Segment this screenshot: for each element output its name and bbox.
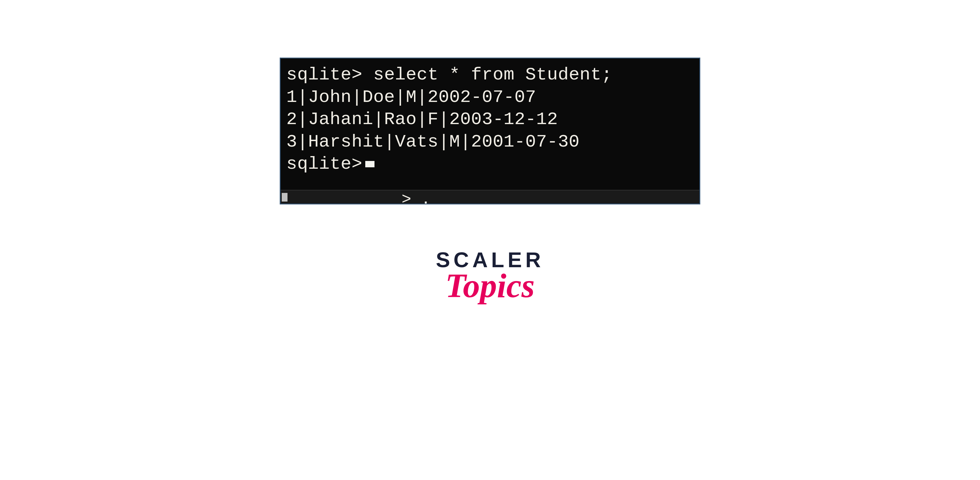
faint-continuation: > . [402,189,431,205]
terminal-command-line: sqlite> select * from Student; [286,64,694,86]
result-row-1: 1|John|Doe|M|2002-07-07 [286,86,694,108]
logo-line-2: Topics [436,266,544,305]
prompt-text: sqlite> [286,65,363,85]
prompt-text-2: sqlite> [286,154,363,174]
terminal-prompt-line: sqlite> [286,153,694,175]
sqlite-terminal[interactable]: sqlite> select * from Student; 1|John|Do… [280,57,700,205]
scaler-topics-logo: SCALER Topics [436,248,544,305]
scroll-thumb[interactable] [282,193,288,202]
result-row-2: 2|Jahani|Rao|F|2003-12-12 [286,108,694,131]
command-text: select * from Student; [373,65,612,85]
cursor-icon [365,161,374,167]
result-row-3: 3|Harshit|Vats|M|2001-07-30 [286,131,694,153]
terminal-scrollbar[interactable]: > . [281,190,699,203]
